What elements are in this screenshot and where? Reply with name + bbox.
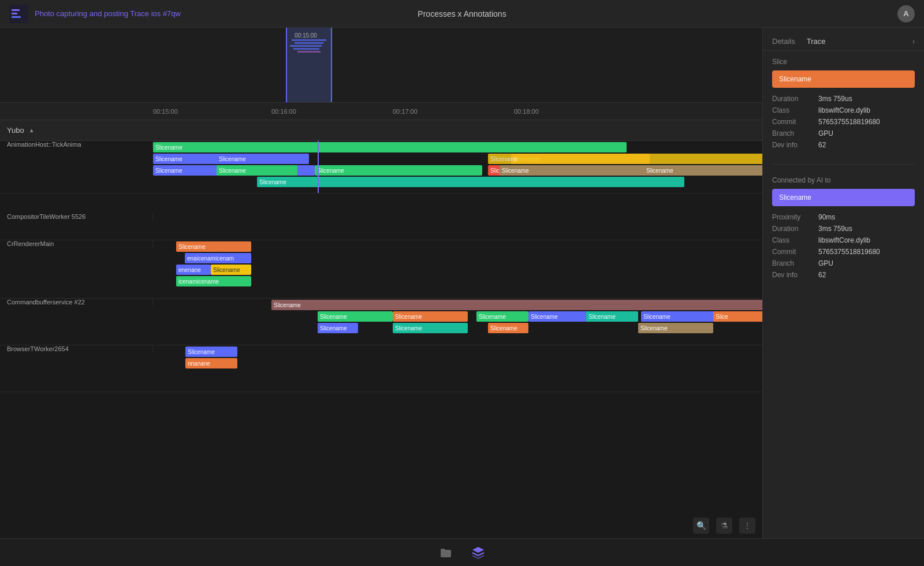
slice[interactable]: Slicename — [318, 323, 358, 333]
trace-controls: 🔍 ⚗ ⋮ — [693, 517, 755, 534]
time-tick-3: 00:18:00 — [514, 108, 539, 115]
tab-trace[interactable]: Trace — [807, 37, 826, 46]
process-track-compositor[interactable] — [153, 193, 762, 240]
main-layout: 00:15:00 00:15:00 00:16:00 00:17:00 00:1… — [0, 28, 924, 538]
detail-val-branch: GPU — [818, 129, 833, 137]
process-track-cr-renderer[interactable]: Slicename enaicenamicenam enenane Slicen… — [153, 240, 762, 298]
slice[interactable]: icenamicename — [176, 276, 251, 286]
detail-key-devinfo: Dev info — [772, 141, 818, 149]
process-track-commandbuffer[interactable]: Slicename Slicename Slicename Slicename … — [153, 299, 762, 345]
slice[interactable]: Slicename — [488, 323, 528, 333]
timeline-axis: 00:15:00 00:16:00 00:17:00 00:18:00 — [0, 103, 762, 120]
slice-section-title: Slice — [772, 58, 915, 66]
slice[interactable]: Slicename — [217, 165, 297, 176]
detail-key-c-branch: Branch — [772, 259, 818, 267]
slice[interactable]: nnanane — [185, 358, 237, 368]
detail-row-c-commit: Commit 5765375518819680 — [772, 248, 915, 256]
slice[interactable]: Slicename — [644, 165, 762, 176]
svg-rect-3 — [12, 16, 21, 18]
connected-section: Connected by AI to Slicename Proximity 9… — [763, 169, 924, 289]
slice[interactable]: Slicename — [500, 165, 661, 176]
slice[interactable]: Slicename — [153, 142, 627, 152]
slice[interactable]: Slicename — [393, 311, 468, 322]
detail-key-commit: Commit — [772, 118, 818, 126]
detail-val-c-class: libswiftCore.dylib — [818, 236, 870, 244]
slice[interactable]: Slicename — [586, 311, 638, 322]
slice[interactable]: Slicename — [638, 323, 713, 333]
detail-key-branch: Branch — [772, 129, 818, 137]
slice[interactable]: Slicename — [488, 154, 762, 164]
slice[interactable]: Slicename — [211, 265, 251, 275]
slice[interactable]: Slicename — [476, 311, 528, 322]
svg-rect-2 — [12, 13, 17, 14]
processes-wrapper: Yubo ▲ AnimationHost::TickAnima Slicenam… — [0, 120, 762, 538]
header: Photo capturing and posting Trace ios #7… — [0, 0, 924, 28]
detail-key-duration: Duration — [772, 95, 818, 103]
detail-row-class: Class libswiftCore.dylib — [772, 106, 915, 114]
detail-val-class: libswiftCore.dylib — [818, 106, 870, 114]
connected-slice-chip[interactable]: Slicename — [772, 189, 915, 206]
slice[interactable]: Slicename — [393, 323, 468, 333]
tab-details[interactable]: Details — [772, 37, 795, 46]
slice[interactable]: Slicename — [271, 300, 762, 310]
detail-row-c-devinfo: Dev info 62 — [772, 271, 915, 279]
process-row-cr-renderer: CrRendererMain Slicename enaicenamicenam… — [0, 240, 762, 299]
detail-row-devinfo: Dev info 62 — [772, 141, 915, 149]
settings-button[interactable]: ⋮ — [739, 517, 755, 534]
filter-button[interactable]: ⚗ — [716, 517, 732, 534]
detail-val-c-devinfo: 62 — [818, 271, 826, 279]
svg-rect-1 — [12, 9, 20, 11]
time-tick-2: 00:17:00 — [393, 108, 418, 115]
process-group-yubo[interactable]: Yubo ▲ — [0, 120, 762, 141]
group-label-yubo: Yubo — [7, 126, 24, 135]
slice[interactable]: Slicename — [641, 311, 716, 322]
overview-time-label: 00:15:00 — [295, 32, 317, 39]
page-title: Processes x Annotations — [418, 9, 506, 18]
overview-mini-bars — [289, 39, 329, 80]
detail-key-c-duration: Duration — [772, 225, 818, 233]
detail-row-duration: Duration 3ms 759us — [772, 95, 915, 103]
layers-icon[interactable] — [469, 543, 487, 562]
slice[interactable]: enenane — [176, 265, 211, 275]
detail-val-c-duration: 3ms 759us — [818, 225, 852, 233]
detail-val-devinfo: 62 — [818, 141, 826, 149]
folder-icon[interactable] — [437, 543, 455, 562]
slice[interactable]: Slicename — [257, 177, 684, 187]
detail-val-duration: 3ms 759us — [818, 95, 852, 103]
processes-container[interactable]: Yubo ▲ AnimationHost::TickAnima Slicenam… — [0, 120, 762, 392]
chevron-up-icon: ▲ — [29, 127, 35, 133]
panel-chevron-icon[interactable]: › — [912, 38, 915, 46]
detail-key-c-class: Class — [772, 236, 818, 244]
process-row-browser-tworker: BrowserTWorker2654 Slicename nnanane — [0, 345, 762, 392]
slice[interactable]: Slicename — [185, 347, 237, 357]
search-button[interactable]: 🔍 — [693, 517, 709, 534]
slice[interactable]: Slicename — [176, 241, 251, 252]
detail-row-c-class: Class libswiftCore.dylib — [772, 236, 915, 244]
detail-row-c-duration: Duration 3ms 759us — [772, 225, 915, 233]
process-label-cr-renderer: CrRendererMain — [0, 240, 153, 247]
process-track-animation-host[interactable]: Slicename Slicename Slicename Slicename … — [153, 141, 762, 193]
bottom-toolbar — [0, 538, 924, 566]
detail-key-c-devinfo: Dev info — [772, 271, 818, 279]
timeline-overview[interactable]: 00:15:00 — [0, 28, 762, 103]
detail-val-c-branch: GPU — [818, 259, 833, 267]
slice[interactable]: Slice — [713, 311, 762, 322]
slice[interactable]: Slicename — [315, 165, 482, 176]
avatar[interactable]: A — [897, 5, 915, 23]
detail-val-proximity: 90ms — [818, 213, 835, 221]
slice[interactable]: Slicename — [318, 311, 393, 322]
process-label-compositor: CompositorTileWorker 5526 — [0, 213, 153, 220]
detail-key-class: Class — [772, 106, 818, 114]
detail-row-proximity: Proximity 90ms — [772, 213, 915, 221]
process-label-animation-host: AnimationHost::TickAnima — [0, 141, 153, 148]
left-panel: 00:15:00 00:15:00 00:16:00 00:17:00 00:1… — [0, 28, 762, 538]
slice-chip[interactable]: Slicename — [772, 70, 915, 88]
detail-row-branch: Branch GPU — [772, 129, 915, 137]
slice[interactable]: Slicename — [217, 154, 309, 164]
detail-val-c-commit: 5765375518819680 — [818, 248, 880, 256]
process-track-browser-tworker[interactable]: Slicename nnanane — [153, 345, 762, 392]
detail-row-c-branch: Branch GPU — [772, 259, 915, 267]
process-row-compositor: CompositorTileWorker 5526 — [0, 193, 762, 240]
process-label-commandbuffer: Commandbufferservice #22 — [0, 299, 153, 306]
slice[interactable]: enaicenamicenam — [185, 253, 251, 263]
